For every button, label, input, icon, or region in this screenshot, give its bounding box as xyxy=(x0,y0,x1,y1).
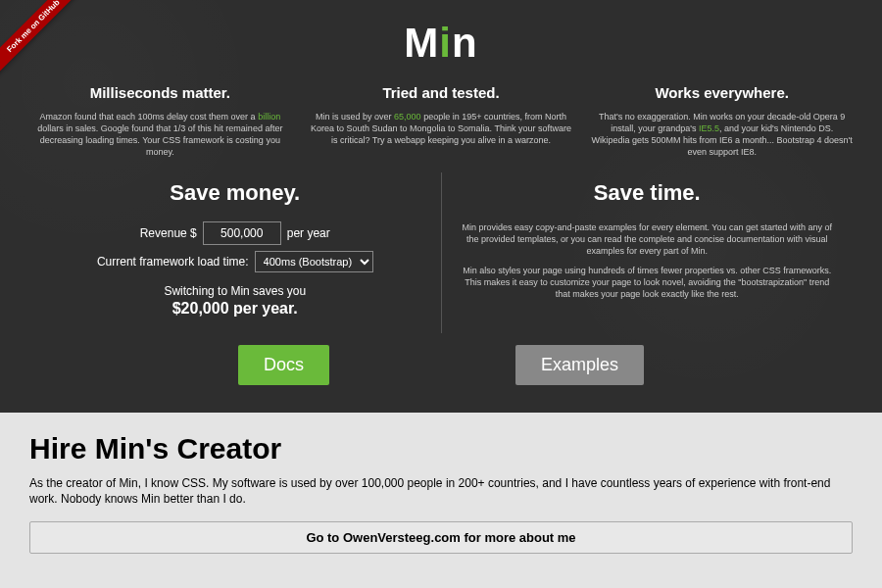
highlight: billion xyxy=(258,112,280,122)
save-time-p2: Min also styles your page using hundreds… xyxy=(462,265,834,300)
hire-body: As the creator of Min, I know CSS. My so… xyxy=(29,475,853,509)
examples-button[interactable]: Examples xyxy=(515,345,644,385)
hire-cta-button[interactable]: Go to OwenVersteeg.com for more about me xyxy=(29,521,853,554)
cta-row: Docs Examples xyxy=(29,345,853,385)
hire-heading: Hire Min's Creator xyxy=(29,432,853,466)
revenue-input[interactable] xyxy=(203,221,281,245)
logo-dot-icon: i xyxy=(439,20,452,66)
save-money-heading: Save money. xyxy=(49,180,421,206)
save-row: Save money. Revenue $ per year Current f… xyxy=(29,172,853,333)
save-money-panel: Save money. Revenue $ per year Current f… xyxy=(29,172,442,333)
feature-heading: Works everywhere. xyxy=(591,84,853,101)
framework-row: Current framework load time: 400ms (Boot… xyxy=(49,251,421,272)
highlight: IE5.5 xyxy=(699,123,719,133)
feature-text: Amazon found that each 100ms delay cost … xyxy=(29,111,291,159)
revenue-label: Revenue $ xyxy=(140,226,197,240)
feature-text: That's no exaggeration. Min works on you… xyxy=(591,111,853,159)
savings-line: Switching to Min saves you xyxy=(49,284,421,298)
framework-select[interactable]: 400ms (Bootstrap) xyxy=(255,251,373,272)
feature-milliseconds: Milliseconds matter. Amazon found that e… xyxy=(29,84,291,159)
feature-tried-tested: Tried and tested. Min is used by over 65… xyxy=(311,84,572,159)
hire-section: Hire Min's Creator As the creator of Min… xyxy=(0,413,882,588)
logo-prefix: M xyxy=(404,20,439,66)
logo: Min xyxy=(29,20,853,67)
hero-section: Fork me on GitHub Min Milliseconds matte… xyxy=(0,0,882,413)
revenue-row: Revenue $ per year xyxy=(49,221,421,245)
savings-amount: $20,000 per year. xyxy=(49,300,421,318)
docs-button[interactable]: Docs xyxy=(238,345,329,385)
logo-suffix: n xyxy=(452,20,478,66)
revenue-suffix: per year xyxy=(287,226,330,240)
highlight: 65,000 xyxy=(394,112,421,122)
feature-works-everywhere: Works everywhere. That's no exaggeration… xyxy=(591,84,853,159)
framework-label: Current framework load time: xyxy=(97,255,249,269)
features-row: Milliseconds matter. Amazon found that e… xyxy=(29,84,853,159)
save-time-panel: Save time. Min provides easy copy-and-pa… xyxy=(442,172,854,333)
feature-heading: Tried and tested. xyxy=(311,84,572,101)
save-time-heading: Save time. xyxy=(462,180,834,206)
feature-heading: Milliseconds matter. xyxy=(29,84,291,101)
save-time-p1: Min provides easy copy-and-paste example… xyxy=(462,221,834,257)
feature-text: Min is used by over 65,000 people in 195… xyxy=(311,111,572,146)
